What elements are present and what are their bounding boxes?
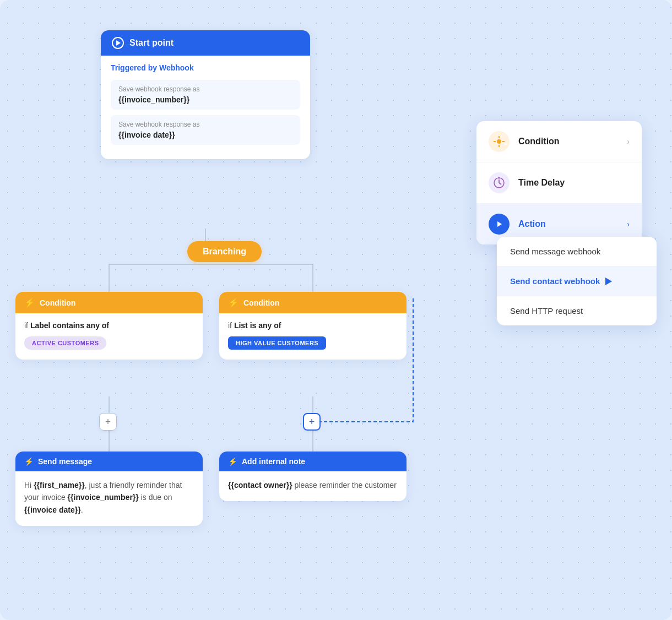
play-icon [112,37,124,49]
start-node-header: Start point [101,30,310,56]
menu-item-condition[interactable]: Condition › [476,121,642,162]
menu-item-timedelay-label: Time Delay [518,178,630,188]
condition-node-right[interactable]: ⚡ Condition if List is any of HIGH VALUE… [219,292,407,360]
branching-node: Branching [187,241,262,262]
condition-text-left: if Label contains any of [24,321,194,330]
condition-icon-left: ⚡ [24,297,35,308]
add-button-right[interactable]: + [303,413,321,431]
cursor-arrow-icon [605,278,612,285]
start-node: Start point Triggered by Webhook Save we… [101,30,310,159]
high-value-customers-tag: HIGH VALUE CUSTOMERS [228,336,326,350]
action-header-left: ⚡ Send message [15,452,203,471]
action-node-left[interactable]: ⚡ Send message Hi {{first_name}}, just a… [15,452,203,526]
active-customers-tag: ACTIVE CUSTOMERS [24,336,106,350]
condition-node-left[interactable]: ⚡ Condition if Label contains any of ACT… [15,292,203,360]
condition-label-right: Condition [243,298,279,307]
save-field-2-label: Save webhook response as [118,121,292,128]
action-chevron: › [627,220,630,229]
action-icon-right: ⚡ [228,457,237,466]
save-field-1-label: Save webhook response as [118,85,292,93]
condition-strong-right: List is any of [234,321,281,330]
action-menu-icon [489,214,510,235]
condition-strong-left: Label contains any of [30,321,109,330]
condition-chevron: › [627,137,630,146]
start-node-title: Start point [129,38,174,48]
save-field-2-value: {{invoice date}} [118,130,292,139]
menu-item-timedelay[interactable]: Time Delay [476,162,642,204]
condition-label-left: Condition [40,298,75,307]
save-field-2: Save webhook response as {{invoice date}… [111,115,300,145]
webhook-link[interactable]: Webhook [159,63,194,72]
submenu-item-send-http-request[interactable]: Send HTTP request [497,296,657,325]
add-button-left[interactable]: + [99,413,117,431]
action-icon-left: ⚡ [24,457,34,466]
menu-item-action-label: Action [518,219,618,229]
action-label-right: Add internal note [242,457,305,466]
svg-line-13 [499,183,501,184]
save-field-1-value: {{invoice_number}} [118,95,292,104]
action-label-left: Send message [38,457,92,466]
timedelay-menu-icon [489,172,510,193]
triggered-by-text: Triggered by Webhook [111,63,300,72]
submenu-item-send-message-webhook[interactable]: Send message webhook [497,237,657,267]
action-body-right: {{contact owner}} please reminder the cu… [219,471,407,501]
condition-icon-right: ⚡ [228,297,239,308]
action-node-right[interactable]: ⚡ Add internal note {{contact owner}} pl… [219,452,407,501]
svg-point-14 [498,177,500,179]
condition-header-left: ⚡ Condition [15,292,203,313]
svg-point-6 [497,139,501,144]
menu-panel: Condition › Time Delay [476,121,642,244]
branching-label: Branching [203,247,246,256]
condition-header-right: ⚡ Condition [219,292,407,313]
condition-menu-icon [489,131,510,152]
menu-item-condition-label: Condition [518,137,618,146]
submenu-item-send-contact-webhook[interactable]: Send contact webhook [497,267,657,296]
action-body-left: Hi {{first_name}}, just a friendly remin… [15,471,203,526]
submenu-panel: Send message webhook Send contact webhoo… [497,237,657,325]
condition-text-right: if List is any of [228,321,398,330]
save-field-1: Save webhook response as {{invoice_numbe… [111,80,300,110]
action-header-right: ⚡ Add internal note [219,452,407,471]
